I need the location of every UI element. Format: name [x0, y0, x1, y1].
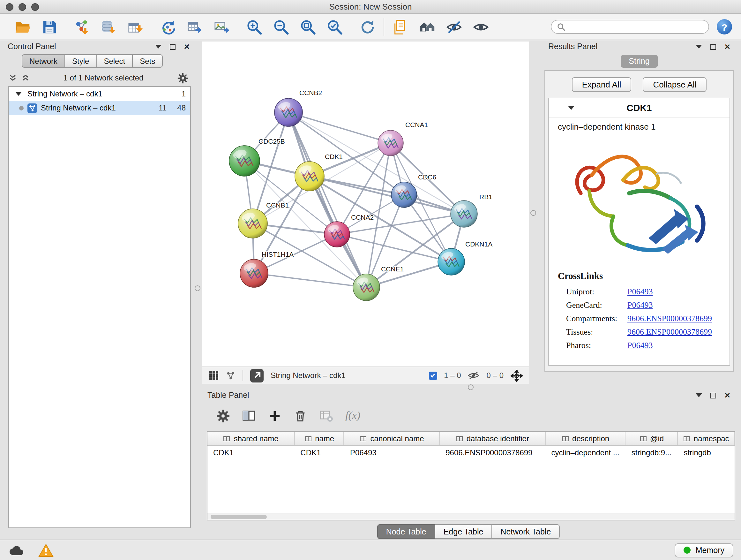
crosslink-link[interactable]: 9606.ENSP00000378699: [627, 327, 712, 337]
expand-all-icon[interactable]: [22, 74, 29, 82]
column-header-shared-name[interactable]: shared name: [207, 432, 294, 445]
import-network-file-icon[interactable]: [73, 18, 91, 36]
zoom-window-button[interactable]: [31, 3, 39, 11]
close-window-button[interactable]: [6, 3, 13, 11]
table-settings-gear-icon[interactable]: [216, 409, 230, 422]
column-header-database-identifier[interactable]: database identifier: [440, 432, 545, 445]
show-columns-icon[interactable]: [242, 409, 256, 423]
import-network-database-icon[interactable]: [100, 18, 118, 36]
close-panel-icon[interactable]: ×: [724, 44, 730, 50]
tab-node-table[interactable]: Node Table: [377, 524, 435, 539]
table-cell: CDK1: [294, 448, 344, 457]
crosslink-link[interactable]: 9606.ENSP00000378699: [627, 313, 712, 323]
close-panel-icon[interactable]: ×: [184, 44, 190, 50]
zoom-in-icon[interactable]: [246, 18, 263, 36]
open-session-icon[interactable]: [14, 18, 31, 36]
scrollbar-thumb[interactable]: [211, 515, 267, 519]
left-splitter-handle[interactable]: [195, 286, 200, 291]
export-image-icon[interactable]: [213, 18, 230, 36]
network-node-rb1[interactable]: RB1: [451, 193, 492, 227]
network-share-icon[interactable]: [226, 371, 235, 380]
memory-button[interactable]: Memory: [675, 543, 733, 557]
gear-icon[interactable]: [178, 72, 188, 83]
crosslink-link[interactable]: P06493: [627, 340, 653, 350]
float-panel-icon[interactable]: [170, 44, 176, 50]
gene-card-header[interactable]: CDK1: [549, 98, 730, 118]
crosslink-link[interactable]: P06493: [627, 287, 653, 297]
fit-content-crosshair-icon[interactable]: [511, 369, 523, 381]
column-header-icon: [561, 435, 569, 442]
column-header-description[interactable]: description: [545, 432, 625, 445]
network-selection-text: 1 of 1 Network selected: [35, 73, 172, 82]
gene-description: cyclin–dependent kinase 1: [549, 118, 730, 132]
tab-network-table[interactable]: Network Table: [491, 524, 560, 539]
network-canvas[interactable]: CCNB2CCNA1CDC25BCDK1CDC6RB1CCNB1CCNA2CDK…: [202, 42, 529, 367]
column-header-canonical-name[interactable]: canonical name: [344, 432, 440, 445]
network-node-ccnb1[interactable]: CCNB1: [238, 201, 289, 238]
right-splitter-handle[interactable]: [530, 210, 536, 216]
network-edge[interactable]: [288, 112, 366, 287]
function-builder-icon[interactable]: f(x): [345, 409, 360, 422]
panel-menu-icon[interactable]: [155, 45, 161, 49]
tree-expander-icon[interactable]: [15, 92, 22, 96]
hide-eye-icon[interactable]: [446, 18, 463, 36]
float-panel-icon[interactable]: [711, 392, 716, 398]
network-graph[interactable]: CCNB2CCNA1CDC25BCDK1CDC6RB1CCNB1CCNA2CDK…: [202, 42, 529, 367]
zoom-out-icon[interactable]: [273, 18, 290, 36]
import-table-icon[interactable]: [127, 18, 144, 36]
tab-style[interactable]: Style: [64, 54, 97, 68]
zoom-fit-icon[interactable]: [299, 18, 317, 36]
network-edge[interactable]: [288, 112, 391, 143]
network-node-cdk1[interactable]: CDK1: [295, 153, 343, 191]
network-node-ccne1[interactable]: CCNE1: [353, 265, 404, 301]
collapse-all-button[interactable]: Collapse All: [643, 77, 707, 92]
copy-document-icon[interactable]: [392, 18, 409, 36]
horizontal-scrollbar[interactable]: [207, 513, 735, 520]
network-row-selected[interactable]: String Network – cdk1 11 48: [9, 101, 190, 115]
cloud-icon[interactable]: [8, 544, 24, 556]
tab-sets[interactable]: Sets: [132, 54, 163, 68]
column-header-namespac[interactable]: namespac: [678, 432, 735, 445]
export-table-icon[interactable]: [186, 18, 204, 36]
tab-network[interactable]: Network: [22, 54, 65, 68]
table-row[interactable]: CDK1CDK1P064939606.ENSP00000378699cyclin…: [207, 446, 735, 459]
refresh-network-icon[interactable]: [159, 18, 177, 36]
help-button[interactable]: ?: [717, 19, 732, 35]
warning-icon[interactable]: [38, 543, 54, 557]
export-network-button[interactable]: [250, 369, 264, 382]
zoom-selected-icon[interactable]: [326, 18, 343, 36]
search-input[interactable]: [569, 22, 703, 31]
show-eye-icon[interactable]: [472, 18, 489, 36]
delete-table-icon[interactable]: [319, 409, 333, 423]
home-icon[interactable]: [419, 18, 436, 36]
column-header-name[interactable]: name: [294, 432, 344, 445]
collapse-all-icon[interactable]: [9, 74, 17, 82]
panel-menu-icon[interactable]: [696, 45, 702, 49]
tab-edge-table[interactable]: Edge Table: [434, 524, 492, 539]
network-edge[interactable]: [254, 273, 366, 287]
float-panel-icon[interactable]: [711, 44, 716, 50]
delete-column-trash-icon[interactable]: [293, 409, 307, 422]
tab-string[interactable]: String: [620, 55, 658, 68]
add-column-plus-icon[interactable]: [268, 409, 281, 422]
network-node-ccna1[interactable]: CCNA1: [378, 121, 428, 156]
collapse-section-icon[interactable]: [568, 106, 575, 110]
crosslink-label: Pharos:: [566, 340, 627, 350]
birdseye-grid-icon[interactable]: [209, 370, 219, 381]
minimize-window-button[interactable]: [18, 3, 26, 11]
tab-select[interactable]: Select: [96, 54, 133, 68]
panel-menu-icon[interactable]: [696, 393, 702, 397]
network-node-hist1h1a[interactable]: HIST1H1A: [240, 251, 293, 287]
save-session-icon[interactable]: [41, 18, 58, 36]
network-node-cdkn1a[interactable]: CDKN1A: [438, 240, 492, 275]
close-panel-icon[interactable]: ×: [724, 392, 730, 398]
search-box[interactable]: [551, 20, 709, 34]
column-header--id[interactable]: @id: [626, 432, 678, 445]
selected-checkbox-icon[interactable]: [428, 371, 437, 380]
network-view-title: String Network – cdk1: [271, 371, 346, 380]
expand-all-button[interactable]: Expand All: [572, 77, 631, 92]
network-collection-row[interactable]: String Network – cdk1 1: [9, 87, 190, 101]
refresh-view-icon[interactable]: [359, 18, 376, 36]
network-selection-row: 1 of 1 Network selected: [3, 70, 195, 86]
crosslink-link[interactable]: P06493: [627, 300, 653, 310]
